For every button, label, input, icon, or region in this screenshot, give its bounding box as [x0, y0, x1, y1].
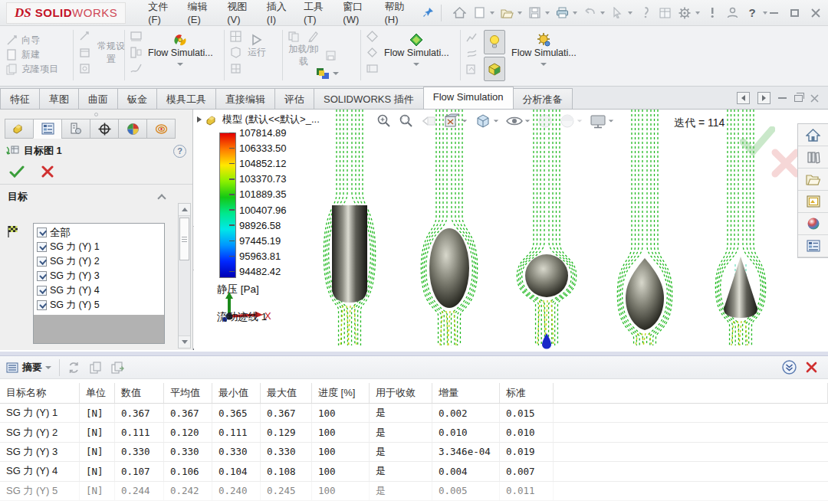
roll-down-circle-icon[interactable] [782, 360, 797, 375]
run-button[interactable]: 运行 [248, 31, 266, 74]
select-cursor-icon[interactable] [607, 4, 627, 22]
checkbox-checked-icon[interactable] [37, 257, 47, 267]
print-icon[interactable] [552, 4, 572, 22]
scroll-up-icon[interactable] [179, 204, 190, 216]
batch-results-caret[interactable] [333, 72, 339, 75]
collapse-section-icon[interactable] [157, 194, 166, 202]
tab-evaluate[interactable]: 评估 [274, 88, 314, 109]
scroll-tabs-left-icon[interactable] [737, 92, 750, 104]
tab-dimxpert-manager[interactable] [90, 119, 119, 139]
goal-item-sg-force-y2[interactable]: SG 力 (Y) 2 [34, 254, 164, 269]
copy-icon[interactable] [90, 362, 102, 374]
zoom-to-fit-icon[interactable] [376, 113, 392, 129]
tab-direct-editing[interactable]: 直接编辑 [215, 88, 275, 109]
view-settings-monitor-icon[interactable] [590, 114, 614, 129]
expand-tree-icon[interactable] [197, 116, 202, 123]
open-icon[interactable] [497, 4, 517, 22]
checkbox-checked-icon[interactable] [37, 286, 47, 296]
tab-flow-simulation-tree[interactable] [146, 119, 176, 139]
geometry-display-toggle-button[interactable] [484, 57, 505, 81]
help-icon[interactable]: ? [742, 4, 762, 22]
tab-feature-manager[interactable] [5, 119, 34, 139]
appearances-sphere-icon[interactable] [798, 213, 828, 235]
options-gear-icon[interactable] [675, 4, 695, 22]
flow-simulation-dropdown-1[interactable]: Flow Simulati... [148, 31, 213, 74]
wizard-button[interactable]: 向导 [6, 34, 58, 47]
clone-project-button[interactable]: 克隆项目 [6, 63, 58, 76]
new-project-button[interactable]: 新建 [6, 48, 58, 61]
close-panel-icon[interactable] [806, 362, 817, 373]
file-explorer-icon[interactable] [798, 169, 828, 191]
save-caret-icon[interactable] [545, 11, 550, 15]
custom-properties-icon[interactable] [798, 235, 828, 257]
minimize-document-icon[interactable] [778, 97, 787, 99]
graphics-viewport[interactable]: 模型 (默认<<默认>_... 迭代 = 114 107814.89 10633… [194, 110, 828, 350]
checkbox-checked-icon[interactable] [37, 242, 47, 252]
goals-section-header[interactable]: 目标 [0, 185, 192, 207]
undo-icon[interactable] [580, 4, 600, 22]
view-palette-icon[interactable] [798, 191, 828, 213]
tab-flow-simulation[interactable]: Flow Simulation [423, 87, 514, 109]
select-caret-icon[interactable] [628, 11, 632, 15]
close-document-icon[interactable] [810, 94, 819, 103]
summary-caret-icon[interactable] [45, 366, 51, 369]
home-taskpane-icon[interactable] [798, 124, 828, 146]
checkbox-checked-icon[interactable] [37, 227, 47, 237]
cancel-x-icon[interactable] [41, 165, 54, 178]
lightbulb-toggle-button[interactable] [484, 30, 505, 54]
design-library-icon[interactable] [798, 146, 828, 169]
save-icon[interactable] [524, 4, 544, 22]
hide-show-items-eye-icon[interactable] [506, 115, 531, 127]
scroll-tabs-right-icon[interactable] [757, 92, 770, 104]
open-caret-icon[interactable] [518, 11, 522, 15]
options-caret-icon[interactable] [695, 11, 700, 15]
goal-item-sg-force-y3[interactable]: SG 力 (Y) 3 [34, 269, 164, 283]
tab-solidworks-addins[interactable]: SOLIDWORKS 插件 [314, 88, 424, 109]
confirm-cancel-overlay-icon[interactable] [770, 148, 801, 178]
minimize-window-icon[interactable] [770, 12, 778, 14]
restore-document-icon[interactable] [794, 95, 803, 102]
tab-configuration-manager[interactable] [61, 119, 90, 139]
flow-simulation-caret-2[interactable] [413, 63, 419, 66]
ok-check-icon[interactable] [9, 165, 25, 178]
file-properties-icon[interactable] [655, 4, 675, 22]
home-icon[interactable] [449, 4, 469, 22]
zoom-to-area-icon[interactable] [399, 113, 414, 129]
view-orientation-cube-icon[interactable] [475, 113, 499, 129]
batch-results-icon[interactable] [316, 67, 330, 80]
help-circle-icon[interactable]: ? [173, 145, 186, 158]
refresh-icon[interactable] [67, 362, 80, 374]
user-account-icon[interactable] [722, 4, 742, 22]
tab-display-manager[interactable] [118, 119, 147, 139]
goal-item-sg-force-y4[interactable]: SG 力 (Y) 4 [34, 283, 164, 298]
load-unload-button[interactable]: 加载/卸载 [288, 44, 339, 67]
alert-icon[interactable] [702, 4, 722, 22]
checkbox-checked-icon[interactable] [37, 300, 47, 310]
panel-scrollbar[interactable] [178, 203, 191, 349]
tab-features[interactable]: 特征 [0, 88, 40, 109]
tab-property-manager[interactable] [33, 119, 62, 139]
copy-as-icon[interactable] [111, 362, 124, 374]
goal-item-all[interactable]: 全部 [34, 225, 164, 240]
section-view-icon[interactable] [443, 113, 468, 129]
goal-item-sg-force-y1[interactable]: SG 力 (Y) 1 [34, 240, 164, 254]
rebuild-icon[interactable] [635, 4, 655, 22]
scrollbar-thumb[interactable] [179, 218, 189, 260]
tab-surfaces[interactable]: 曲面 [78, 88, 118, 109]
undo-caret-icon[interactable] [600, 11, 605, 15]
new-document-icon[interactable] [469, 4, 489, 22]
flow-simulation-dropdown-2[interactable]: Flow Simulati... [384, 31, 449, 74]
tab-sketch[interactable]: 草图 [39, 88, 79, 109]
new-document-caret-icon[interactable] [490, 11, 495, 15]
previous-view-icon[interactable] [421, 114, 436, 128]
help-caret-icon[interactable] [763, 11, 767, 15]
edit-appearance-icon[interactable] [537, 113, 553, 129]
summary-dropdown-label[interactable]: 摘要 [22, 361, 42, 375]
flow-simulation-caret-1[interactable] [177, 63, 183, 66]
general-settings-button[interactable]: 常规设置 [95, 31, 127, 74]
close-window-icon[interactable] [811, 8, 820, 18]
panel-grab-handle[interactable] [0, 110, 192, 119]
checkbox-checked-icon[interactable] [37, 271, 47, 281]
maximize-window-icon[interactable] [790, 9, 799, 17]
flow-simulation-caret-3[interactable] [540, 63, 547, 66]
